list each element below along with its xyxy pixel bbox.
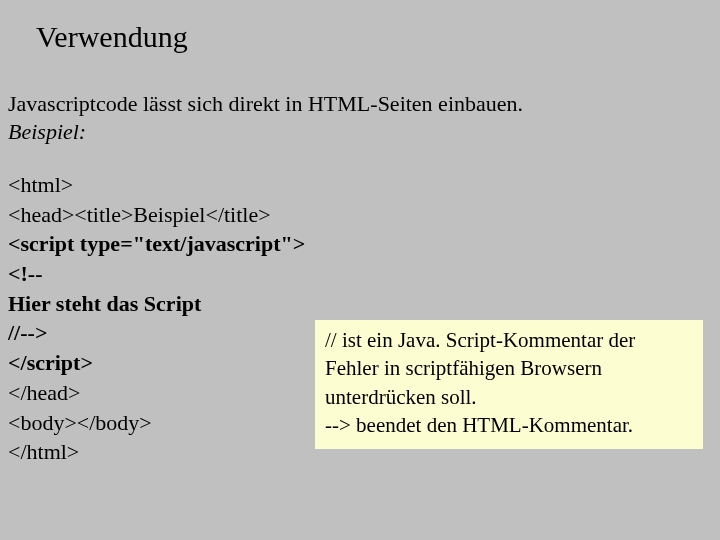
example-label: Beispiel: [8,118,523,146]
note-line: --> beendet den HTML-Kommentar. [325,411,693,439]
code-line-script-open: <script type="text/javascript"> [8,229,305,259]
code-line: </html> [8,437,305,467]
code-line: <head><title>Beispiel</title> [8,200,305,230]
code-line: <body></body> [8,408,305,438]
note-rest: ist ein Java. Script-Kommentar der [337,328,636,352]
code-line-comment-open: <!-- [8,259,305,289]
code-line: </head> [8,378,305,408]
note-bold-slashes: // [325,328,337,352]
note-line: unterdrücken soll. [325,383,693,411]
slide-title: Verwendung [36,20,188,54]
code-line-comment-close: //--> [8,318,305,348]
note-box: // ist ein Java. Script-Kommentar der Fe… [315,320,703,449]
note-line: // ist ein Java. Script-Kommentar der [325,326,693,354]
intro-text: Javascriptcode lässt sich direkt in HTML… [8,90,523,145]
code-line-script-body: Hier steht das Script [8,289,305,319]
intro-line: Javascriptcode lässt sich direkt in HTML… [8,90,523,118]
code-line-script-close: </script> [8,348,305,378]
note-line: Fehler in scriptfähigen Browsern [325,354,693,382]
code-example: <html> <head><title>Beispiel</title> <sc… [8,170,305,467]
code-line: <html> [8,170,305,200]
slide: Verwendung Javascriptcode lässt sich dir… [0,0,720,540]
